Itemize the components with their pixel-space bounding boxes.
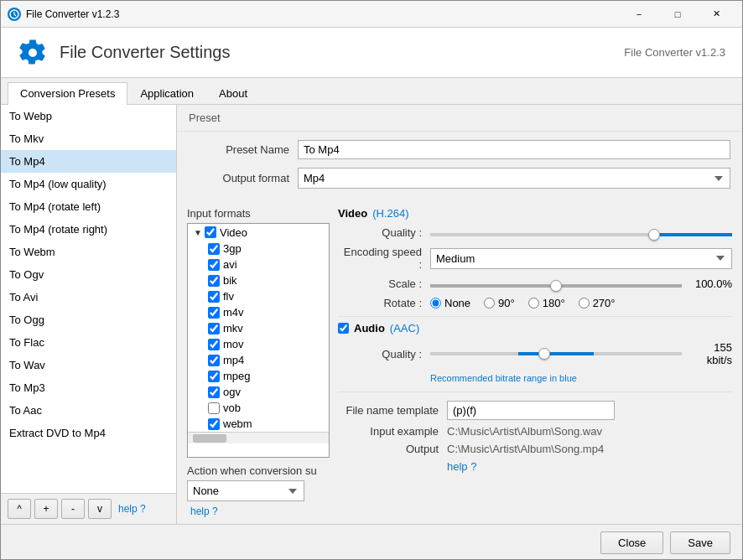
template-help-row: help ? — [338, 460, 732, 473]
template-help-link[interactable]: help ? — [447, 460, 476, 473]
move-up-button[interactable]: ^ — [8, 499, 31, 519]
minimize-button[interactable]: − — [620, 1, 658, 28]
rotate-radio-group: None 90° 180° 270° — [430, 297, 732, 309]
sidebar-list: To Webp To Mkv To Mp4 To Mp4 (low qualit… — [1, 105, 176, 493]
video-quality-slider[interactable] — [430, 233, 732, 236]
tree-item-avi[interactable]: avi — [205, 257, 329, 272]
rotate-270[interactable]: 270° — [579, 297, 616, 309]
sidebar-item-to-webm[interactable]: To Webm — [1, 241, 176, 263]
tree-item-ogv[interactable]: ogv — [205, 384, 329, 400]
video-quality-label: Quality : — [338, 226, 430, 239]
template-label: File name template — [338, 404, 447, 417]
checkbox-3gp[interactable] — [208, 243, 220, 255]
add-button[interactable]: + — [34, 499, 58, 519]
tab-about[interactable]: About — [206, 82, 260, 105]
output-value: C:\Music\Artist\Album\Song.mp4 — [447, 443, 604, 455]
action-help-link[interactable]: help ? — [190, 506, 218, 517]
tree-item-mpeg[interactable]: mpeg — [205, 368, 329, 384]
rotate-180[interactable]: 180° — [528, 297, 565, 309]
save-button[interactable]: Save — [670, 531, 730, 554]
audio-quality-slider[interactable] — [430, 352, 682, 355]
close-button[interactable]: Close — [600, 531, 663, 554]
checkbox-bik[interactable] — [208, 275, 220, 287]
audio-enabled-checkbox[interactable] — [338, 323, 349, 334]
sidebar-item-to-mp3[interactable]: To Mp3 — [1, 376, 176, 399]
scale-slider[interactable] — [430, 284, 682, 288]
action-row: Action when conversion su None Open fold… — [187, 464, 330, 517]
encoding-speed-select[interactable]: Ultrafast Superfast Veryfast Faster Fast… — [430, 248, 732, 269]
tree-item-3gp[interactable]: 3gp — [205, 241, 329, 257]
rotate-none[interactable]: None — [430, 297, 470, 309]
template-name-row: File name template — [338, 401, 732, 420]
preset-name-label: Preset Name — [189, 143, 298, 156]
settings-gear-icon — [18, 38, 48, 68]
sidebar-footer: ^ + - v help ? — [1, 493, 176, 524]
tree-expander-icon[interactable]: ▼ — [191, 226, 205, 239]
tree-item-mkv[interactable]: mkv — [205, 320, 329, 336]
maximize-button[interactable]: □ — [658, 1, 697, 28]
tree-item-vob[interactable]: vob — [205, 400, 329, 416]
move-down-button[interactable]: v — [88, 499, 112, 519]
tree-scrollbar-h[interactable] — [188, 432, 329, 443]
app-header: File Converter Settings File Converter v… — [1, 28, 742, 78]
rotate-row: Rotate : None 90° 180° — [338, 297, 732, 309]
sidebar-item-to-aac[interactable]: To Aac — [1, 399, 176, 422]
sidebar-item-to-ogg[interactable]: To Ogg — [1, 309, 176, 331]
audio-section-header: Audio (AAC) — [338, 322, 732, 334]
tree-item-webm[interactable]: webm — [205, 416, 329, 432]
sidebar-item-to-ogv[interactable]: To Ogv — [1, 263, 176, 286]
tree-item-mov[interactable]: mov — [205, 336, 329, 352]
output-format-label: Output format — [189, 172, 298, 184]
action-select[interactable]: None Open folder Open file — [187, 480, 304, 501]
checkbox-flv[interactable] — [208, 291, 220, 303]
video-codec-label: (H.264) — [372, 207, 408, 220]
checkbox-ogv[interactable] — [208, 386, 220, 398]
checkbox-mov[interactable] — [208, 339, 220, 350]
input-formats-tree: ▼ Video 3gp — [187, 223, 330, 458]
template-input[interactable] — [447, 401, 615, 420]
remove-button[interactable]: - — [61, 499, 85, 519]
sidebar-item-to-wav[interactable]: To Wav — [1, 354, 176, 376]
sidebar-item-to-flac[interactable]: To Flac — [1, 331, 176, 354]
sidebar-item-to-mp4-rotate-right[interactable]: To Mp4 (rotate right) — [1, 218, 176, 241]
sidebar-item-to-webp[interactable]: To Webp — [1, 105, 176, 127]
window-close-button[interactable]: ✕ — [697, 1, 735, 28]
checkbox-vob[interactable] — [208, 402, 220, 414]
checkbox-mkv[interactable] — [208, 323, 220, 334]
audio-quality-row: Quality : 155 kbit/s — [338, 341, 732, 366]
tree-item-m4v[interactable]: m4v — [205, 304, 329, 320]
sidebar-item-to-avi[interactable]: To Avi — [1, 286, 176, 309]
output-format-select[interactable]: Mp4 Mkv Avi Webm Ogv — [298, 168, 730, 189]
tree-root-video[interactable]: ▼ Video — [188, 224, 329, 241]
audio-quality-label: Quality : — [338, 348, 430, 360]
checkbox-webm[interactable] — [208, 418, 220, 430]
checkbox-avi[interactable] — [208, 259, 220, 271]
tree-item-flv[interactable]: flv — [205, 288, 329, 304]
scale-label: Scale : — [338, 277, 430, 290]
rotate-label: Rotate : — [338, 297, 430, 309]
output-row: Output C:\Music\Artist\Album\Song.mp4 — [338, 443, 732, 455]
audio-recommended-text: Recommended bitrate range in blue — [338, 373, 732, 383]
sidebar-item-to-mp4[interactable]: To Mp4 — [1, 150, 176, 173]
checkbox-mp4[interactable] — [208, 355, 220, 366]
title-bar: File Converter v1.2.3 − □ ✕ — [1, 1, 742, 28]
sidebar-item-extract-dvd[interactable]: Extract DVD to Mp4 — [1, 422, 176, 444]
sidebar-item-to-mp4-low[interactable]: To Mp4 (low quality) — [1, 173, 176, 195]
tabs-bar: Conversion Presets Application About — [1, 78, 742, 105]
tree-item-bik[interactable]: bik — [205, 272, 329, 288]
video-section-title: Video — [338, 207, 367, 220]
sidebar-item-to-mkv[interactable]: To Mkv — [1, 127, 176, 150]
video-root-checkbox[interactable] — [205, 226, 216, 238]
tab-conversion-presets[interactable]: Conversion Presets — [8, 82, 127, 105]
checkbox-mpeg[interactable] — [208, 371, 220, 382]
input-example-row: Input example C:\Music\Artist\Album\Song… — [338, 425, 732, 438]
sidebar-item-to-mp4-rotate-left[interactable]: To Mp4 (rotate left) — [1, 195, 176, 218]
tab-application[interactable]: Application — [127, 82, 206, 105]
preset-name-input[interactable] — [298, 140, 730, 159]
file-template-section: File name template Input example C:\Musi… — [338, 391, 732, 473]
checkbox-m4v[interactable] — [208, 307, 220, 319]
sidebar-help-link[interactable]: help ? — [118, 503, 146, 515]
rotate-90[interactable]: 90° — [484, 297, 515, 309]
svg-point-1 — [29, 49, 37, 57]
tree-item-mp4[interactable]: mp4 — [205, 352, 329, 368]
